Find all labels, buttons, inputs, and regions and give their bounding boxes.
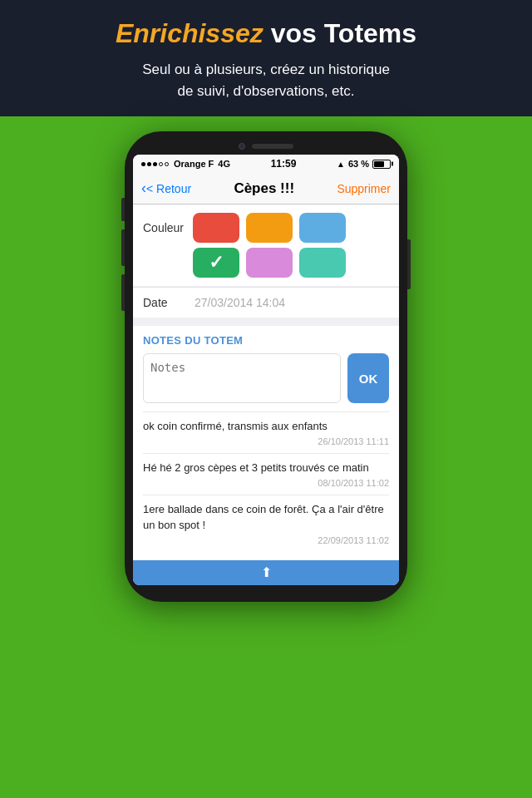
back-label: < Retour — [146, 182, 191, 195]
date-value: 27/03/2014 14:04 — [195, 296, 285, 309]
color-swatches-bottom: ✓ — [193, 248, 346, 278]
swatch-pink[interactable] — [246, 248, 293, 278]
side-button-vol-up — [121, 229, 125, 266]
status-time: 11:59 — [271, 158, 297, 170]
dot2 — [147, 162, 151, 166]
top-banner: Enrichissez vos Totems Seul ou à plusieu… — [0, 0, 532, 116]
swatch-green[interactable]: ✓ — [193, 248, 239, 278]
signal-dots — [141, 162, 169, 166]
swatch-orange[interactable] — [246, 213, 293, 243]
side-button-vol-down — [121, 274, 125, 311]
color-row-top: Couleur — [143, 213, 389, 243]
phone: Orange F 4G 11:59 ▲ 63 % ‹ < Retour — [125, 131, 407, 602]
status-bar: Orange F 4G 11:59 ▲ 63 % — [133, 155, 399, 173]
network-label: 4G — [218, 159, 230, 169]
selected-checkmark: ✓ — [209, 252, 224, 273]
screen: Orange F 4G 11:59 ▲ 63 % ‹ < Retour — [133, 155, 399, 585]
front-camera — [239, 143, 245, 150]
notes-section-title: NOTES DU TOTEM — [143, 334, 389, 347]
note-date-3: 22/09/2013 11:02 — [143, 535, 389, 545]
note-date-1: 26/10/2013 11:11 — [143, 436, 389, 446]
dot3 — [153, 162, 157, 166]
note-entry-3: 1ere ballade dans ce coin de forêt. Ça a… — [143, 495, 389, 551]
nav-bar: ‹ < Retour Cèpes !!! Supprimer — [133, 173, 399, 204]
note-text-3: 1ere ballade dans ce coin de forêt. Ça a… — [143, 502, 389, 532]
swatch-teal[interactable] — [299, 248, 346, 278]
phone-top — [133, 143, 399, 150]
battery-percent: 63 % — [348, 159, 369, 169]
status-left: Orange F 4G — [141, 159, 230, 169]
date-label: Date — [143, 296, 186, 309]
dot4 — [159, 162, 163, 166]
note-entry-2: Hé hé 2 gros cèpes et 3 petits trouvés c… — [143, 453, 389, 495]
note-text-2: Hé hé 2 gros cèpes et 3 petits trouvés c… — [143, 461, 389, 475]
color-row-bottom: ✓ — [143, 248, 389, 278]
battery-icon — [372, 160, 391, 169]
swatch-blue[interactable] — [299, 213, 346, 243]
note-date-2: 08/10/2013 11:02 — [143, 478, 389, 488]
banner-title: Enrichissez vos Totems — [25, 18, 507, 49]
dot1 — [141, 162, 145, 166]
nav-title: Cèpes !!! — [234, 180, 294, 197]
notes-section: NOTES DU TOTEM OK ok coin confirmé, tran… — [133, 326, 399, 560]
swatch-red[interactable] — [193, 213, 239, 243]
content-area: Couleur ✓ — [133, 204, 399, 560]
phone-wrapper: Orange F 4G 11:59 ▲ 63 % ‹ < Retour — [0, 116, 532, 602]
battery-fill — [374, 161, 384, 167]
status-right: ▲ 63 % — [337, 159, 391, 169]
side-button-mute — [121, 198, 125, 221]
color-section: Couleur ✓ — [133, 204, 399, 286]
location-icon: ▲ — [337, 160, 345, 169]
dot5 — [165, 162, 169, 166]
bottom-toolbar: ⬆ — [133, 560, 399, 585]
carrier-label: Orange F — [174, 159, 214, 169]
color-swatches-top — [193, 213, 346, 243]
banner-title-normal: vos Totems — [264, 18, 416, 48]
notes-input[interactable] — [143, 353, 341, 403]
share-icon[interactable]: ⬆ — [261, 564, 272, 580]
note-text-1: ok coin confirmé, transmis aux enfants — [143, 419, 389, 434]
delete-button[interactable]: Supprimer — [337, 182, 391, 195]
back-button[interactable]: ‹ < Retour — [141, 180, 191, 197]
side-button-power — [407, 239, 411, 289]
ok-button[interactable]: OK — [347, 353, 389, 403]
earpiece — [252, 144, 293, 149]
banner-subtitle: Seul ou à plusieurs, créez un historique… — [25, 59, 507, 101]
banner-title-highlight: Enrichissez — [116, 18, 264, 48]
date-row: Date 27/03/2014 14:04 — [133, 287, 399, 318]
note-entry-1: ok coin confirmé, transmis aux enfants 2… — [143, 411, 389, 453]
color-label: Couleur — [143, 221, 186, 234]
notes-input-row: OK — [143, 353, 389, 403]
